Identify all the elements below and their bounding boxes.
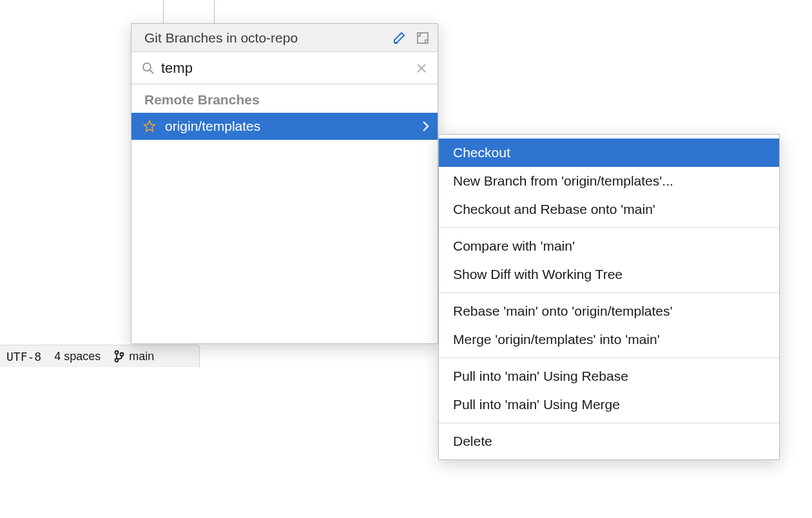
status-bar: UTF-8 4 spaces main <box>0 345 200 367</box>
branch-context-submenu: CheckoutNew Branch from 'origin/template… <box>438 134 780 460</box>
menu-item[interactable]: Show Diff with Working Tree <box>439 260 779 289</box>
expand-icon[interactable] <box>416 31 430 45</box>
menu-item[interactable]: Delete <box>439 427 779 456</box>
pin-edit-icon[interactable] <box>392 31 407 45</box>
clear-search-icon[interactable] <box>416 62 427 74</box>
menu-separator <box>439 358 779 358</box>
svg-point-4 <box>143 63 151 71</box>
menu-item[interactable]: Pull into 'main' Using Rebase <box>439 362 779 390</box>
status-encoding[interactable]: UTF-8 <box>0 350 48 363</box>
svg-point-0 <box>115 351 119 354</box>
menu-item-label: Checkout <box>453 145 510 160</box>
menu-item-label: New Branch from 'origin/templates'... <box>453 173 673 189</box>
menu-item[interactable]: Checkout and Rebase onto 'main' <box>439 195 779 224</box>
popup-header: Git Branches in octo-repo <box>131 24 438 52</box>
chevron-right-icon <box>421 120 430 132</box>
status-encoding-label: UTF-8 <box>6 350 41 363</box>
menu-separator <box>439 293 779 293</box>
svg-point-1 <box>115 359 119 362</box>
popup-tab-nub <box>163 0 215 23</box>
remote-branches-header: Remote Branches <box>131 84 438 113</box>
menu-item[interactable]: Checkout <box>439 139 779 167</box>
status-indent-label: 4 spaces <box>54 350 101 363</box>
menu-item[interactable]: New Branch from 'origin/templates'... <box>439 167 779 195</box>
menu-item-label: Delete <box>453 434 492 449</box>
branch-icon <box>113 350 125 363</box>
status-branch[interactable]: main <box>107 350 160 363</box>
menu-separator <box>439 227 779 228</box>
menu-item-label: Compare with 'main' <box>453 238 575 254</box>
menu-item-label: Show Diff with Working Tree <box>453 267 623 282</box>
svg-rect-3 <box>418 33 428 43</box>
svg-point-2 <box>121 353 124 356</box>
menu-item[interactable]: Pull into 'main' Using Merge <box>439 390 779 419</box>
status-branch-label: main <box>129 350 154 363</box>
popup-title: Git Branches in octo-repo <box>144 30 392 46</box>
branch-list: origin/templates <box>131 113 438 140</box>
search-input[interactable] <box>161 60 409 77</box>
menu-item-label: Checkout and Rebase onto 'main' <box>453 202 655 217</box>
menu-item[interactable]: Rebase 'main' onto 'origin/templates' <box>439 297 779 325</box>
menu-item[interactable]: Compare with 'main' <box>439 232 779 260</box>
menu-item[interactable]: Merge 'origin/templates' into 'main' <box>439 325 779 354</box>
git-branches-popup: Git Branches in octo-repo <box>131 23 438 344</box>
menu-item-label: Rebase 'main' onto 'origin/templates' <box>453 303 673 319</box>
branch-item-label: origin/templates <box>165 119 260 134</box>
search-icon <box>142 62 155 75</box>
status-indent[interactable]: 4 spaces <box>48 350 107 363</box>
branch-item[interactable]: origin/templates <box>131 113 438 140</box>
search-row <box>131 52 438 84</box>
star-icon[interactable] <box>143 120 156 133</box>
menu-item-label: Pull into 'main' Using Merge <box>453 397 620 412</box>
menu-item-label: Pull into 'main' Using Rebase <box>453 369 628 384</box>
menu-separator <box>439 423 779 423</box>
svg-line-5 <box>150 70 153 73</box>
menu-item-label: Merge 'origin/templates' into 'main' <box>453 332 660 347</box>
